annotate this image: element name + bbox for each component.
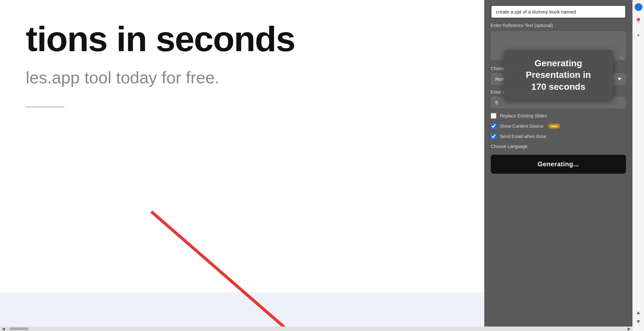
- user-avatar-icon[interactable]: 👤: [635, 3, 642, 11]
- show-content-checkbox[interactable]: [491, 123, 497, 129]
- scroll-left-arrow[interactable]: ◀: [0, 326, 7, 331]
- show-content-row: Show Content Source new: [491, 123, 626, 129]
- send-email-row: Send Email when done.: [491, 133, 626, 139]
- subheadline: les.app tool today for free.: [26, 68, 459, 87]
- bottom-bar: [0, 292, 484, 331]
- send-email-label: Send Email when done.: [500, 134, 547, 139]
- plus-icon[interactable]: +: [635, 32, 642, 39]
- bottom-scrollbar[interactable]: ◀ ▶: [0, 326, 632, 331]
- main-content: tions in seconds les.app tool today for …: [0, 0, 484, 331]
- divider: [26, 106, 64, 107]
- send-email-checkbox[interactable]: [491, 133, 497, 139]
- replace-existing-label: Replace Existing Slides: [500, 113, 547, 118]
- browser-chrome: 👤 📍 + ▲ ▼: [632, 0, 644, 331]
- maps-icon[interactable]: 📍: [635, 17, 642, 25]
- replace-existing-row: Replace Existing Slides: [491, 113, 626, 119]
- topic-input[interactable]: [491, 5, 626, 18]
- generating-overlay: Generating Presentation in 170 seconds: [504, 50, 613, 100]
- show-content-label: Show Content Source: [500, 124, 544, 129]
- headline: tions in seconds: [26, 19, 459, 58]
- replace-existing-checkbox[interactable]: [491, 113, 497, 119]
- scroll-right-arrow[interactable]: ▶: [626, 326, 632, 331]
- generating-title: Generating Presentation in 170 seconds: [515, 58, 601, 93]
- scroll-up-icon[interactable]: ▲: [636, 310, 641, 316]
- choose-language-label: Choose Language: [491, 144, 626, 149]
- generate-button[interactable]: Generating...: [491, 155, 626, 174]
- right-panel: Enter Reference Text (optional) ⤡ Genera…: [484, 0, 632, 331]
- scroll-down-icon[interactable]: ▼: [636, 319, 641, 325]
- scrollbar-thumb-horizontal[interactable]: [9, 327, 29, 330]
- panel-inner: Enter Reference Text (optional) ⤡ Genera…: [484, 0, 632, 331]
- reference-label: Enter Reference Text (optional): [491, 23, 626, 28]
- new-badge: new: [548, 124, 560, 129]
